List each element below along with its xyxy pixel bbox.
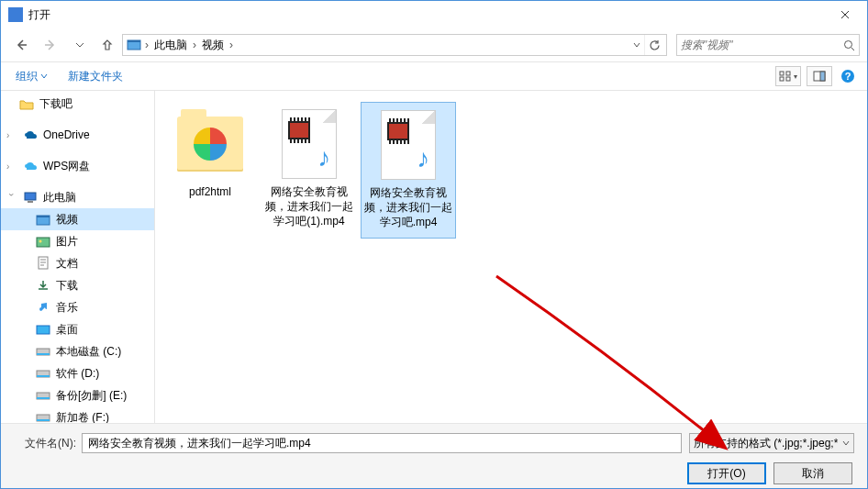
refresh-button[interactable] [644, 35, 664, 55]
open-button[interactable]: 打开(O) [687, 462, 766, 484]
tree-item-video[interactable]: 视频 [1, 208, 154, 230]
svg-rect-12 [28, 201, 33, 203]
tree-item-this-pc[interactable]: › 此电脑 [1, 186, 154, 208]
dropdown-caret-icon: ▾ [794, 72, 797, 81]
wps-cloud-icon [23, 159, 38, 173]
filename-input[interactable] [82, 433, 682, 453]
app-icon [8, 7, 23, 22]
svg-rect-6 [786, 77, 790, 81]
chevron-down-icon [40, 72, 48, 80]
tree-item-new-vol[interactable]: 新加卷 (F:) [1, 406, 154, 423]
expand-icon[interactable]: › [6, 130, 16, 140]
tree-item-soft-d[interactable]: 软件 (D:) [1, 362, 154, 384]
navigation-tree[interactable]: 下载吧 › OneDrive › WPS网盘 › 此电脑 视频 图片 [1, 91, 155, 423]
svg-rect-22 [37, 375, 50, 377]
tree-item-documents[interactable]: 文档 [1, 252, 154, 274]
disk-icon [36, 366, 50, 381]
new-folder-button[interactable]: 新建文件夹 [68, 69, 123, 84]
expand-icon[interactable]: › [6, 161, 16, 172]
videos-library-icon [127, 38, 141, 52]
svg-rect-1 [128, 40, 140, 42]
collapse-icon[interactable]: › [6, 193, 17, 202]
tree-item-downloads[interactable]: 下载 [1, 274, 154, 296]
svg-rect-8 [820, 72, 825, 81]
tree-label: 新加卷 (F:) [56, 410, 109, 424]
title-bar: 打开 [1, 1, 867, 28]
tree-label: 软件 (D:) [56, 366, 99, 382]
arrow-left-icon [14, 38, 28, 52]
tree-label: 文档 [56, 256, 78, 272]
svg-rect-15 [37, 238, 50, 247]
tree-item-local-c[interactable]: 本地磁盘 (C:) [1, 340, 154, 362]
video-folder-icon [36, 212, 50, 227]
organize-menu[interactable]: 组织 [16, 69, 48, 84]
breadcrumb-sep-icon: › [143, 39, 150, 51]
file-item-folder[interactable]: pdf2html [162, 102, 258, 206]
chevron-down-icon [842, 439, 850, 447]
nav-back-button[interactable] [8, 32, 34, 58]
nav-up-button[interactable] [96, 34, 118, 56]
tree-label: 备份[勿删] (E:) [56, 388, 127, 404]
filename-label: 文件名(N): [14, 436, 76, 451]
svg-text:?: ? [845, 71, 851, 82]
tree-item-wps[interactable]: › WPS网盘 [1, 155, 154, 177]
music-folder-icon [36, 300, 50, 315]
nav-forward-button[interactable] [38, 32, 63, 58]
tree-label: 视频 [56, 212, 78, 228]
tree-spacer [1, 177, 154, 186]
svg-rect-14 [37, 216, 50, 217]
breadcrumb-sep-icon: › [191, 39, 198, 51]
filetype-dropdown[interactable]: 所有支持的格式 (*.jpg;*.jpeg;* [689, 433, 854, 453]
folder-icon [19, 96, 34, 111]
search-input[interactable] [681, 39, 843, 51]
close-button[interactable] [824, 1, 865, 28]
tree-item-desktop[interactable]: 桌面 [1, 318, 154, 340]
search-icon[interactable] [843, 39, 855, 51]
tree-label: 下载吧 [39, 96, 72, 112]
title-left: 打开 [8, 7, 50, 23]
organize-label: 组织 [16, 69, 38, 84]
help-button[interactable]: ? [838, 66, 858, 86]
tree-label: 图片 [56, 234, 78, 250]
video-thumbnail: ♪ [273, 107, 346, 181]
preview-pane-button[interactable] [807, 66, 832, 86]
tree-item-backup-e[interactable]: 备份[勿删] (E:) [1, 384, 154, 406]
file-list[interactable]: pdf2html ♪ 网络安全教育视频，进来我们一起学习吧(1).mp4 ♪ 网… [155, 91, 867, 423]
window-title: 打开 [28, 7, 50, 23]
file-item-video-1[interactable]: ♪ 网络安全教育视频，进来我们一起学习吧(1).mp4 [262, 102, 357, 237]
tree-label: WPS网盘 [43, 159, 90, 174]
arrow-up-icon [101, 39, 114, 51]
nav-recent-button[interactable] [67, 32, 93, 58]
file-label: 网络安全教育视频，进来我们一起学习吧(1).mp4 [263, 184, 355, 229]
tree-item-music[interactable]: 音乐 [1, 296, 154, 318]
search-box[interactable] [676, 34, 860, 56]
pc-icon [23, 190, 38, 205]
new-folder-label: 新建文件夹 [68, 69, 123, 84]
preview-pane-icon [813, 71, 826, 82]
file-label: 网络安全教育视频，进来我们一起学习吧.mp4 [363, 185, 453, 230]
bottom-panel: 文件名(N): 所有支持的格式 (*.jpg;*.jpeg;* 打开(O) 取消 [1, 423, 867, 489]
address-dropdown[interactable] [628, 41, 644, 49]
svg-rect-11 [25, 193, 36, 200]
view-mode-button[interactable]: ▾ [775, 66, 801, 86]
help-icon: ? [840, 69, 855, 83]
tree-label: 本地磁盘 (C:) [56, 344, 121, 360]
breadcrumb-pc[interactable]: 此电脑 [150, 36, 191, 55]
onedrive-icon [23, 128, 38, 142]
address-bar[interactable]: › 此电脑 › 视频 › [122, 34, 667, 56]
breadcrumb-video[interactable]: 视频 [198, 36, 228, 55]
desktop-icon [36, 322, 50, 337]
tree-item-onedrive[interactable]: › OneDrive [1, 124, 154, 146]
disk-icon [36, 388, 50, 403]
cancel-button[interactable]: 取消 [773, 462, 852, 484]
tree-label: 桌面 [56, 322, 78, 338]
documents-folder-icon [36, 256, 50, 271]
chevron-down-icon [633, 41, 640, 49]
filename-row: 文件名(N): 所有支持的格式 (*.jpg;*.jpeg;* [14, 433, 854, 453]
tree-item-pictures[interactable]: 图片 [1, 230, 154, 252]
file-item-video-2[interactable]: ♪ 网络安全教育视频，进来我们一起学习吧.mp4 [361, 102, 456, 239]
tree-label: OneDrive [43, 128, 90, 141]
tree-item-download-ba[interactable]: 下载吧 [1, 93, 154, 115]
view-icons-icon [779, 71, 792, 82]
close-icon [840, 10, 850, 19]
